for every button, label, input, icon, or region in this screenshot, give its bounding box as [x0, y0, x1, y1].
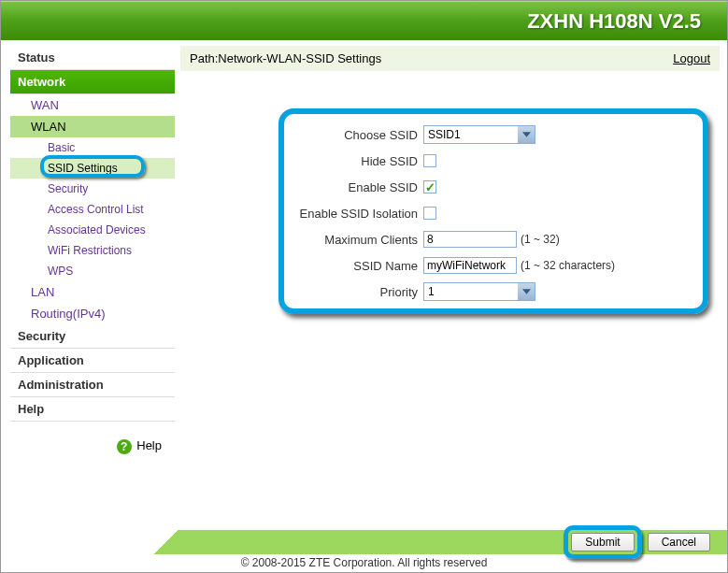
device-title: ZXHN H108N V2.5 — [527, 9, 701, 34]
priority-label: Priority — [180, 285, 423, 299]
sidebar-item-help[interactable]: Help — [10, 397, 175, 422]
breadcrumb: Path:Network-WLAN-SSID Settings — [190, 51, 381, 65]
footer: Submit Cancel © 2008-2015 ZTE Corporatio… — [1, 530, 727, 571]
form-area: Choose SSID SSID1 Hide SSID Enable SSID — [180, 71, 720, 530]
priority-value: 1 — [428, 285, 435, 298]
sidebar-item-application[interactable]: Application — [10, 349, 175, 373]
help-link[interactable]: ? Help — [10, 438, 175, 454]
sidebar: Status Network WAN WLAN Basic SSID Setti… — [10, 46, 175, 530]
sidebar-sub-wlan[interactable]: WLAN — [10, 116, 175, 137]
sidebar-sub2-ssid-label: SSID Settings — [48, 162, 118, 175]
copyright-text: © 2008-2015 ZTE Corporation. All rights … — [1, 556, 727, 569]
sidebar-sub2-basic[interactable]: Basic — [10, 137, 175, 158]
max-clients-label: Maximum Clients — [180, 233, 423, 247]
hide-ssid-checkbox[interactable] — [423, 154, 436, 167]
sidebar-item-security[interactable]: Security — [10, 324, 175, 349]
breadcrumb-bar: Path:Network-WLAN-SSID Settings Logout — [180, 46, 720, 71]
enable-ssid-checkbox[interactable] — [423, 180, 436, 193]
choose-ssid-label: Choose SSID — [180, 128, 423, 142]
sidebar-sub2-security[interactable]: Security — [10, 179, 175, 199]
chevron-down-icon — [518, 126, 535, 143]
choose-ssid-select[interactable]: SSID1 — [423, 125, 535, 144]
header: ZXHN H108N V2.5 — [1, 1, 727, 40]
sidebar-sub-routing[interactable]: Routing(IPv4) — [10, 303, 175, 324]
submit-button[interactable]: Submit — [571, 533, 634, 552]
isolation-checkbox[interactable] — [423, 207, 436, 220]
help-icon: ? — [117, 439, 132, 454]
action-bar: Submit Cancel — [141, 530, 727, 554]
chevron-down-icon — [518, 283, 535, 300]
max-clients-hint: (1 ~ 32) — [521, 233, 560, 246]
priority-select[interactable]: 1 — [423, 282, 535, 301]
sidebar-item-network[interactable]: Network — [10, 70, 175, 94]
enable-ssid-label: Enable SSID — [180, 180, 423, 194]
cancel-button[interactable]: Cancel — [648, 533, 710, 552]
ssid-name-label: SSID Name — [180, 259, 423, 273]
help-label: Help — [136, 438, 162, 452]
ssid-name-input[interactable] — [423, 257, 517, 274]
sidebar-sub2-wps[interactable]: WPS — [10, 261, 175, 281]
sidebar-sub2-acl[interactable]: Access Control List — [10, 199, 175, 220]
sidebar-sub2-assoc[interactable]: Associated Devices — [10, 220, 175, 240]
max-clients-input[interactable] — [423, 231, 517, 248]
logout-link[interactable]: Logout — [673, 51, 710, 65]
ssid-name-hint: (1 ~ 32 characters) — [521, 259, 615, 272]
sidebar-sub-lan[interactable]: LAN — [10, 281, 175, 303]
sidebar-item-status[interactable]: Status — [10, 46, 175, 70]
sidebar-sub2-wifi-restrict[interactable]: WiFi Restrictions — [10, 240, 175, 261]
choose-ssid-value: SSID1 — [428, 128, 461, 141]
hide-ssid-label: Hide SSID — [180, 154, 423, 168]
sidebar-item-administration[interactable]: Administration — [10, 373, 175, 397]
sidebar-sub-wan[interactable]: WAN — [10, 94, 175, 116]
sidebar-sub2-ssid-settings[interactable]: SSID Settings — [10, 158, 175, 179]
isolation-label: Enable SSID Isolation — [180, 207, 423, 221]
